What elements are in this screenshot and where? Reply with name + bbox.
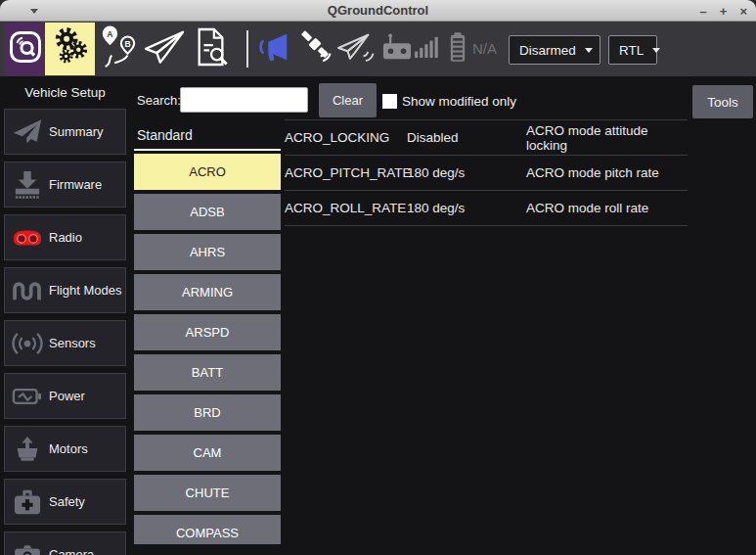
sensors-waves-icon bbox=[10, 330, 45, 357]
vehicle-setup-page: Vehicle Setup Summary Firmware Radio bbox=[0, 76, 756, 555]
parameter-name: ACRO_LOCKING bbox=[285, 130, 407, 145]
parameter-value: 180 deg/s bbox=[407, 165, 526, 180]
telemetry-plane-icon bbox=[336, 30, 376, 68]
sidebar-item-label: Motors bbox=[49, 441, 88, 456]
firmware-download-icon bbox=[10, 170, 45, 200]
svg-text:B: B bbox=[124, 39, 130, 49]
rc-signal-strength bbox=[414, 23, 439, 75]
tools-button[interactable]: Tools bbox=[692, 85, 753, 118]
sidebar-item[interactable]: Flight Modes bbox=[4, 267, 126, 313]
parameter-group-button[interactable]: ACRO bbox=[134, 154, 281, 190]
battery-status-button[interactable] bbox=[447, 23, 468, 75]
parameter-value: Disabled bbox=[407, 130, 526, 145]
search-label: Search: bbox=[137, 93, 181, 108]
radio-red-icon bbox=[10, 226, 45, 250]
svg-text:A: A bbox=[107, 29, 112, 39]
sidebar-header: Vehicle Setup bbox=[0, 76, 130, 110]
safety-case-icon bbox=[10, 488, 45, 516]
minimize-button[interactable]: – bbox=[700, 4, 707, 19]
parameter-description: ACRO mode attitude locking bbox=[526, 123, 688, 153]
sidebar-item-label: Radio bbox=[49, 230, 82, 245]
analyze-button[interactable] bbox=[191, 23, 232, 75]
flight-mode-label: RTL bbox=[619, 43, 644, 58]
clear-button[interactable]: Clear bbox=[319, 83, 377, 117]
show-modified-label: Show modified only bbox=[402, 94, 516, 109]
qgc-logo-icon bbox=[9, 30, 42, 68]
parameter-row[interactable]: ACRO_LOCKING Disabled ACRO mode attitude… bbox=[285, 120, 688, 156]
sidebar-item-label: Safety bbox=[49, 494, 85, 509]
fly-plane-icon bbox=[143, 28, 186, 69]
parameter-name: ACRO_PITCH_RATE bbox=[285, 165, 407, 180]
sidebar-item[interactable]: Power bbox=[4, 373, 126, 419]
sidebar-item-label: Summary bbox=[49, 124, 104, 139]
show-modified-checkbox[interactable] bbox=[382, 94, 397, 109]
sidebar-item[interactable]: Radio bbox=[4, 214, 126, 260]
analyze-doc-icon bbox=[194, 26, 229, 71]
toolbar: A B bbox=[0, 22, 756, 76]
megaphone-icon bbox=[256, 29, 291, 69]
sidebar-item[interactable]: Camera bbox=[4, 532, 126, 555]
parameter-description: ACRO mode roll rate bbox=[526, 201, 688, 215]
vehicle-setup-button[interactable] bbox=[45, 23, 95, 75]
close-button[interactable]: × bbox=[739, 4, 747, 19]
parameter-row[interactable]: ACRO_ROLL_RATE 180 deg/s ACRO mode roll … bbox=[285, 191, 688, 226]
maximize-button[interactable]: + bbox=[720, 4, 728, 19]
parameter-group-button[interactable]: ARSPD bbox=[134, 314, 281, 350]
satellite-icon bbox=[296, 28, 334, 69]
parameter-row[interactable]: ACRO_PITCH_RATE 180 deg/s ACRO mode pitc… bbox=[285, 156, 688, 191]
parameter-group-button[interactable]: BATT bbox=[134, 354, 281, 391]
parameter-name: ACRO_ROLL_RATE bbox=[285, 201, 407, 215]
sidebar-item-label: Firmware bbox=[49, 177, 102, 192]
parameter-group-button[interactable]: CHUTE bbox=[134, 475, 281, 511]
parameter-group-button[interactable]: ADSB bbox=[134, 194, 281, 230]
flight-mode-dropdown[interactable]: RTL bbox=[608, 35, 657, 65]
sidebar-item[interactable]: Summary bbox=[4, 109, 126, 155]
parameter-table: ACRO_LOCKING Disabled ACRO mode attitude… bbox=[285, 119, 688, 226]
parameter-description: ACRO mode pitch rate bbox=[526, 165, 688, 180]
qgroundcontrol-window: QGroundControl – + × bbox=[0, 0, 756, 555]
telemetry-rssi-button[interactable] bbox=[335, 23, 377, 75]
camera-icon bbox=[10, 543, 45, 555]
parameter-group-list: ACRO ADSB AHRS ARMING ARSPD BATT BRD CAM… bbox=[134, 154, 281, 544]
qgc-home-button[interactable] bbox=[5, 23, 45, 75]
gps-status-button[interactable] bbox=[295, 23, 334, 75]
sidebar-item[interactable]: Motors bbox=[4, 426, 126, 472]
setup-sidebar: Summary Firmware Radio Flight Modes bbox=[4, 109, 126, 555]
arm-state-label: Disarmed bbox=[519, 43, 576, 58]
battery-power-icon bbox=[10, 387, 45, 406]
window-title: QGroundControl bbox=[0, 0, 756, 22]
gears-icon bbox=[51, 26, 90, 71]
plan-button[interactable]: A B bbox=[98, 23, 139, 75]
vehicle-messages-button[interactable] bbox=[253, 23, 294, 75]
parameter-group-button[interactable]: COMPASS bbox=[134, 515, 281, 544]
rc-controller-icon bbox=[381, 32, 413, 66]
sidebar-item[interactable]: Firmware bbox=[4, 162, 126, 208]
battery-icon bbox=[449, 31, 467, 67]
battery-status-text: N/A bbox=[472, 22, 497, 76]
parameter-value: 180 deg/s bbox=[407, 201, 526, 215]
arm-state-dropdown[interactable]: Disarmed bbox=[509, 35, 600, 65]
sidebar-item[interactable]: Sensors bbox=[4, 320, 126, 366]
sidebar-item-label: Power bbox=[49, 389, 85, 403]
parameter-group-button[interactable]: ARMING bbox=[134, 274, 281, 310]
signal-bars-icon bbox=[415, 36, 438, 62]
sidebar-item-label: Flight Modes bbox=[49, 283, 121, 298]
paper-plane-icon bbox=[10, 118, 45, 145]
parameter-group-button[interactable]: CAM bbox=[134, 435, 281, 471]
waveform-icon bbox=[10, 279, 45, 302]
fly-button[interactable] bbox=[141, 23, 188, 75]
motor-icon bbox=[10, 435, 45, 464]
chevron-down-icon bbox=[585, 48, 593, 53]
rc-rssi-button[interactable] bbox=[380, 23, 414, 75]
group-category-header: Standard bbox=[134, 127, 281, 151]
toolbar-separator bbox=[246, 30, 248, 68]
parameter-group-button[interactable]: AHRS bbox=[134, 234, 281, 270]
sidebar-item[interactable]: Safety bbox=[4, 479, 126, 525]
plan-route-icon: A B bbox=[100, 24, 137, 73]
chevron-down-icon bbox=[652, 48, 660, 53]
titlebar: QGroundControl – + × bbox=[0, 0, 756, 22]
search-input[interactable] bbox=[180, 87, 308, 113]
sidebar-item-label: Sensors bbox=[49, 336, 96, 350]
parameter-group-button[interactable]: BRD bbox=[134, 394, 281, 431]
sidebar-item-label: Camera bbox=[49, 547, 94, 555]
